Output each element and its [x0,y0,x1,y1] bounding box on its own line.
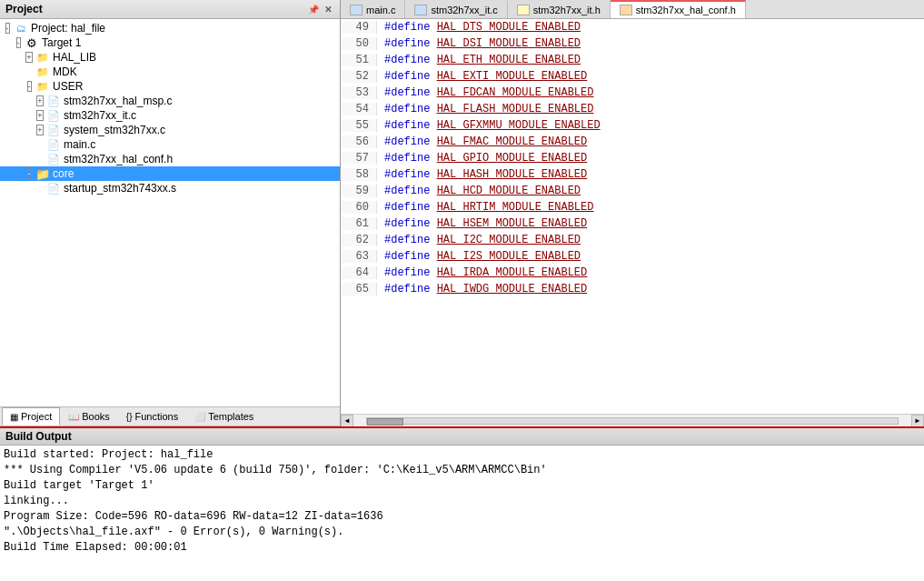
tab-main-c[interactable]: main.c [341,0,405,18]
tab-books[interactable]: 📖 Books [60,407,118,426]
folder-icon-user: 📁 [35,80,50,93]
tree-item-target1[interactable]: ⚙ Target 1 [0,35,340,50]
build-line-4: Program Size: Code=596 RO-data=696 RW-da… [4,509,920,525]
tree-item-user[interactable]: 📁 USER [0,79,340,94]
build-line-2: Build target 'Target 1' [4,478,920,494]
project-tree: 🗂 Project: hal_file ⚙ Target 1 📁 HAL_LIB… [0,19,340,406]
pin-icon[interactable]: 📌 [307,3,320,15]
scrollbar-track[interactable] [366,417,899,425]
code-area[interactable]: 49 #define HAL_DTS_MODULE_ENABLED 50 #de… [341,19,924,414]
build-output-content[interactable]: Build started: Project: hal_file *** Usi… [0,446,924,581]
tab-templates[interactable]: ⬜ Templates [186,407,262,426]
build-output-header: Build Output [0,428,924,446]
horizontal-scrollbar[interactable]: ◀ ▶ [341,414,924,426]
build-line-3: linking... [4,494,920,509]
code-line-52: 52 #define HAL_EXTI_MODULE_ENABLED [341,68,924,85]
file-icon-system-stm32: 📄 [46,124,61,136]
expander-system-stm32[interactable] [35,125,45,135]
left-panel: Project 📌 ✕ 🗂 Project: hal_file ⚙ Target… [0,0,341,426]
bottom-tabs: ▦ Project 📖 Books {} Functions ⬜ Templat… [0,406,340,426]
panel-header-icons: 📌 ✕ [307,3,334,15]
file-icon-startup: 📄 [46,182,61,195]
tab-stm32-it-h[interactable]: stm32h7xx_it.h [508,0,611,18]
tab-label-stm32-it-c: stm32h7xx_it.c [431,5,497,15]
tree-item-hal-msp[interactable]: 📄 stm32h7xx_hal_msp.c [0,94,340,108]
functions-tab-icon: {} [126,412,133,422]
tab-templates-label: Templates [208,411,253,422]
tree-item-stm32-it[interactable]: 📄 stm32h7xx_it.c [0,108,340,123]
code-line-63: 63 #define HAL_I2S_MODULE_ENABLED [341,248,924,265]
project-panel-header: Project 📌 ✕ [0,0,340,19]
code-line-54: 54 #define HAL_FLASH_MODULE_ENABLED [341,101,924,117]
file-icon-main-c: 📄 [46,138,61,151]
code-line-57: 57 #define HAL_GPIO_MODULE_ENABLED [341,150,924,166]
tab-icon-main-c [350,5,363,15]
tree-label-stm32-it: stm32h7xx_it.c [64,109,136,122]
code-line-62: 62 #define HAL_I2C_MODULE_ENABLED [341,232,924,248]
tab-icon-stm32-it-h [517,5,530,15]
tree-label-hal-lib: HAL_LIB [53,51,96,64]
code-line-58: 58 #define HAL_HASH_MODULE_ENABLED [341,166,924,183]
expander-stm32-it[interactable] [35,110,45,121]
tab-stm32-hal-conf-h[interactable]: stm32h7xx_hal_conf.h [611,0,746,19]
code-line-49: 49 #define HAL_DTS_MODULE_ENABLED [341,19,924,35]
tree-item-hal-conf[interactable]: 📄 stm32h7xx_hal_conf.h [0,152,340,166]
folder-icon-mdk: 📁 [35,65,50,78]
build-output-panel: Build Output Build started: Project: hal… [0,426,924,581]
tree-label-hal-msp: stm32h7xx_hal_msp.c [64,95,172,107]
tab-books-label: Books [82,411,110,422]
tree-item-core[interactable]: 📁 core [0,166,340,181]
project-icon: 🗂 [14,22,28,35]
editor-area: main.c stm32h7xx_it.c stm32h7xx_it.h stm… [341,0,924,426]
tree-label-mdk: MDK [53,65,77,78]
expander-hal-msp[interactable] [35,95,45,106]
tab-project-label: Project [21,411,52,422]
build-output-title: Build Output [5,430,72,443]
tree-item-hal-lib[interactable]: 📁 HAL_LIB [0,50,340,65]
tree-item-project-root[interactable]: 🗂 Project: hal_file [0,21,340,35]
expander-target1[interactable] [13,37,24,48]
tree-label-project-root: Project: hal_file [31,22,105,35]
tab-project[interactable]: ▦ Project [2,407,60,426]
code-line-60: 60 #define HAL_HRTIM_MODULE_ENABLED [341,199,924,215]
tab-label-main-c: main.c [366,5,395,15]
tree-label-main-c: main.c [64,138,95,151]
close-panel-button[interactable]: ✕ [322,3,334,15]
expander-user[interactable] [24,81,35,92]
folder-icon-hal-lib: 📁 [35,51,50,64]
expander-core[interactable] [24,168,35,179]
tab-label-stm32-it-h: stm32h7xx_it.h [533,5,601,15]
build-line-1: *** Using Compiler 'V5.06 update 6 (buil… [4,463,920,478]
tree-item-main-c[interactable]: 📄 main.c [0,137,340,152]
scrollbar-right-arrow[interactable]: ▶ [911,415,924,427]
tree-label-target1: Target 1 [42,36,81,49]
editor-tab-bar: main.c stm32h7xx_it.c stm32h7xx_it.h stm… [341,0,924,19]
file-icon-stm32-it: 📄 [46,109,61,122]
tree-item-mdk[interactable]: 📁 MDK [0,65,340,79]
tree-label-core: core [53,167,74,180]
target-icon: ⚙ [25,36,39,49]
code-line-65: 65 #define HAL_IWDG_MODULE_ENABLED [341,281,924,297]
tab-icon-stm32-hal-conf-h [620,5,632,15]
expander-hal-lib[interactable] [24,52,35,63]
tree-item-system-stm32[interactable]: 📄 system_stm32h7xx.c [0,123,340,137]
code-line-56: 56 #define HAL_FMAC_MODULE_ENABLED [341,134,924,150]
scrollbar-thumb[interactable] [367,418,403,426]
code-line-59: 59 #define HAL_HCD_MODULE_ENABLED [341,183,924,199]
code-line-50: 50 #define HAL_DSI_MODULE_ENABLED [341,35,924,52]
code-line-61: 61 #define HAL_HSEM_MODULE_ENABLED [341,215,924,232]
file-icon-hal-msp: 📄 [46,95,61,107]
tab-label-stm32-hal-conf-h: stm32h7xx_hal_conf.h [636,5,736,15]
tab-functions-label: Functions [135,411,179,422]
code-line-64: 64 #define HAL_IRDA_MODULE_ENABLED [341,265,924,281]
folder-icon-core: 📁 [35,167,50,180]
panel-header-left: Project [5,3,43,15]
tree-label-startup: startup_stm32h743xx.s [64,182,176,195]
tree-item-startup[interactable]: 📄 startup_stm32h743xx.s [0,181,340,195]
tab-icon-stm32-it-c [414,5,427,15]
code-line-55: 55 #define HAL_GFXMMU_MODULE_ENABLED [341,117,924,134]
expander-project-root[interactable] [2,23,13,34]
tab-stm32-it-c[interactable]: stm32h7xx_it.c [405,0,507,18]
tab-functions[interactable]: {} Functions [118,407,186,426]
scrollbar-left-arrow[interactable]: ◀ [341,415,353,427]
